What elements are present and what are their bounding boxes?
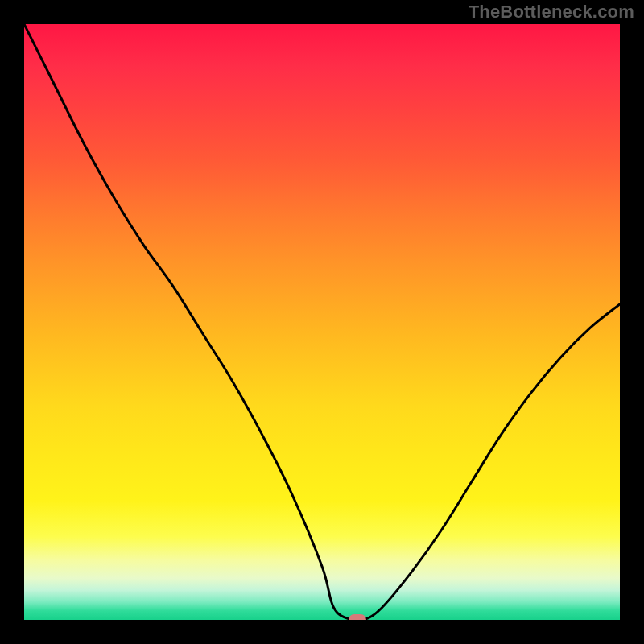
watermark-text: TheBottleneck.com [469,2,634,23]
chart-frame: TheBottleneck.com [0,0,644,644]
optimal-marker [349,614,366,620]
bottleneck-curve [24,24,620,620]
plot-area [24,24,620,620]
